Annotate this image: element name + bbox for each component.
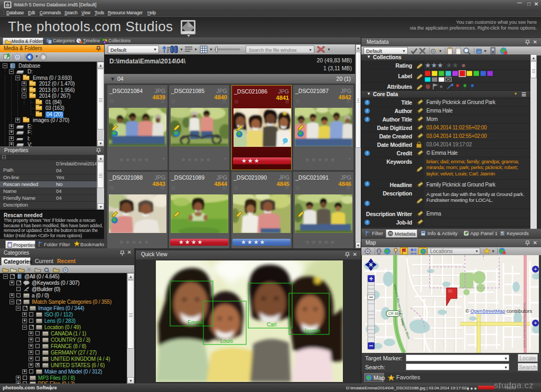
svg-text:Jasmin: Jasmin — [304, 328, 321, 334]
svg-text:Louis: Louis — [220, 338, 233, 344]
svg-text:CR 884: CR 884 — [388, 312, 401, 315]
svg-text:Emma: Emma — [188, 320, 203, 325]
svg-text:© OpenStreetMap contributors: © OpenStreetMap contributors — [465, 309, 533, 314]
svg-text:Carl: Carl — [267, 322, 276, 328]
